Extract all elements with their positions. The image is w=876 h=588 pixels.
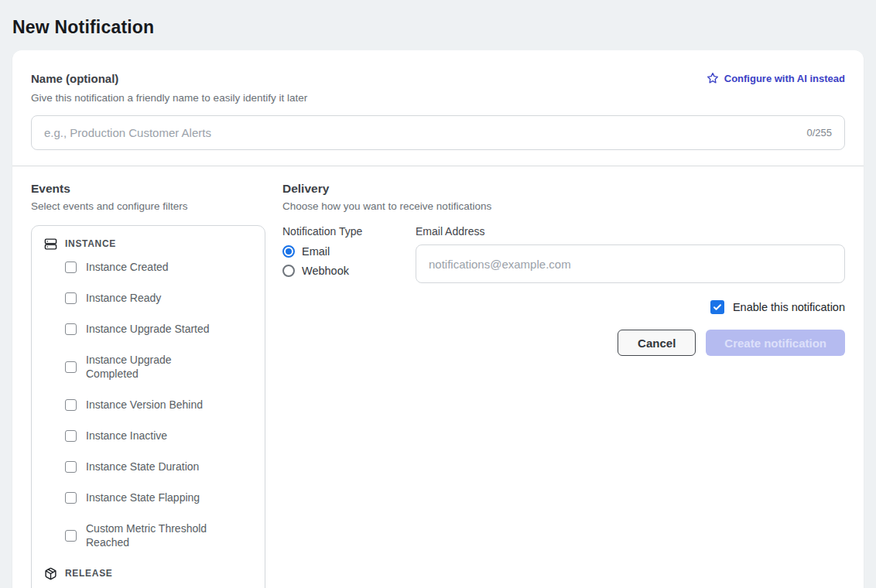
radio-unselected-icon[interactable]: [282, 265, 295, 277]
event-item-label: Instance Upgrade Completed: [86, 353, 221, 381]
char-counter: 0/255: [806, 127, 832, 138]
create-notification-button[interactable]: Create notification: [706, 330, 845, 356]
configure-with-ai-label: Configure with AI instead: [724, 73, 845, 84]
enable-notification-row[interactable]: Enable this notification: [282, 300, 845, 314]
event-group-instance: INSTANCE: [44, 237, 252, 251]
event-item-instance-inactive[interactable]: Instance Inactive: [65, 429, 252, 443]
events-heading: Events: [31, 182, 265, 196]
event-group-label: INSTANCE: [65, 238, 116, 249]
event-item-label: Instance State Duration: [86, 460, 199, 473]
delivery-section: Delivery Choose how you want to receive …: [282, 182, 845, 356]
event-item-instance-state-flapping[interactable]: Instance State Flapping: [65, 491, 252, 504]
checkbox[interactable]: [65, 399, 77, 411]
event-item-instance-version-behind[interactable]: Instance Version Behind: [65, 398, 252, 412]
event-item-custom-metric-threshold[interactable]: Custom Metric Threshold Reached: [65, 521, 252, 549]
event-item-label: Custom Metric Threshold Reached: [86, 521, 221, 549]
checkbox[interactable]: [65, 430, 77, 442]
checkbox[interactable]: [65, 262, 77, 273]
radio-label: Email: [302, 245, 330, 258]
delivery-heading: Delivery: [282, 182, 845, 196]
event-item-label: Instance Inactive: [86, 429, 167, 443]
star-icon: [707, 72, 719, 84]
name-input-placeholder: e.g., Production Customer Alerts: [44, 126, 806, 139]
checkbox[interactable]: [65, 492, 77, 504]
event-item-instance-ready[interactable]: Instance Ready: [65, 291, 252, 305]
events-description: Select events and configure filters: [31, 200, 265, 213]
checkbox[interactable]: [65, 530, 77, 542]
events-panel[interactable]: INSTANCE Instance Created Instance Ready…: [31, 225, 265, 588]
checkbox[interactable]: [65, 292, 77, 304]
radio-label: Webhook: [302, 265, 349, 277]
event-item-label: Instance Ready: [86, 291, 161, 305]
checked-checkbox-icon[interactable]: [710, 300, 724, 314]
radio-option-webhook[interactable]: Webhook: [282, 265, 416, 277]
server-icon: [44, 238, 57, 251]
event-item-label: Instance State Flapping: [86, 491, 200, 504]
event-item-instance-state-duration[interactable]: Instance State Duration: [65, 460, 252, 473]
event-group-release: RELEASE: [44, 566, 252, 580]
radio-selected-icon[interactable]: [282, 245, 295, 258]
enable-notification-label: Enable this notification: [733, 301, 845, 313]
email-address-label: Email Address: [416, 225, 845, 238]
name-field-label: Name (optional): [31, 72, 118, 86]
name-section: Name (optional) Configure with AI instea…: [12, 50, 864, 166]
checkbox[interactable]: [65, 323, 77, 335]
new-notification-card: Name (optional) Configure with AI instea…: [12, 50, 864, 588]
configure-with-ai-link[interactable]: Configure with AI instead: [707, 72, 845, 84]
radio-option-email[interactable]: Email: [282, 245, 416, 258]
event-item-label: Instance Version Behind: [86, 398, 203, 412]
event-group-label: RELEASE: [65, 568, 113, 579]
event-item-instance-created[interactable]: Instance Created: [65, 260, 252, 274]
checkbox[interactable]: [65, 361, 77, 373]
notification-type-group: Notification Type Email Webhook: [282, 225, 416, 283]
email-input[interactable]: notifications@example.com: [416, 244, 845, 283]
email-field-group: Email Address notifications@example.com: [416, 225, 845, 283]
package-icon: [44, 567, 57, 580]
event-item-label: Instance Upgrade Started: [86, 322, 210, 336]
event-item-instance-upgrade-started[interactable]: Instance Upgrade Started: [65, 322, 252, 336]
delivery-description: Choose how you want to receive notificat…: [282, 200, 845, 213]
email-input-placeholder: notifications@example.com: [429, 258, 571, 271]
name-field-description: Give this notification a friendly name t…: [31, 92, 845, 104]
event-item-instance-upgrade-completed[interactable]: Instance Upgrade Completed: [65, 353, 252, 381]
checkbox[interactable]: [65, 461, 77, 473]
cancel-button[interactable]: Cancel: [618, 330, 696, 356]
notification-type-label: Notification Type: [282, 225, 416, 238]
page-title: New Notification: [0, 0, 876, 38]
event-item-label: Instance Created: [86, 260, 169, 274]
name-input[interactable]: e.g., Production Customer Alerts 0/255: [31, 115, 845, 150]
events-section: Events Select events and configure filte…: [31, 182, 265, 588]
